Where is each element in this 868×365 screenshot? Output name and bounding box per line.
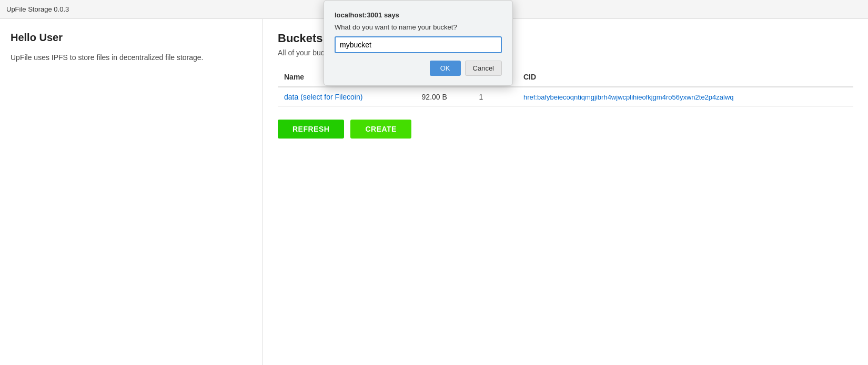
bucket-size-cell: 92.00 B [416, 87, 473, 107]
sidebar-description: UpFile uses IPFS to store files in decen… [11, 52, 252, 63]
dialog-prompt: What do you want to name your bucket? [335, 23, 502, 31]
dialog-cancel-button[interactable]: Cancel [465, 61, 502, 76]
dialog-source: localhost:3001 says [335, 11, 502, 19]
dialog-buttons: OK Cancel [335, 61, 502, 76]
app-title: UpFile Storage 0.0.3 [6, 5, 69, 13]
col-cid: CID [517, 67, 853, 87]
name-dialog: localhost:3001 says What do you want to … [324, 0, 513, 86]
refresh-button[interactable]: REFRESH [278, 120, 344, 139]
greeting: Hello User [11, 32, 252, 44]
bucket-name-input[interactable] [335, 36, 502, 53]
dialog-ok-button[interactable]: OK [430, 61, 461, 76]
bucket-name-cell: data (select for Filecoin) [278, 87, 416, 107]
bucket-name-link[interactable]: data [284, 93, 298, 101]
action-buttons: REFRESH CREATE [278, 120, 853, 139]
sidebar: Hello User UpFile uses IPFS to store fil… [0, 19, 263, 365]
bucket-name-suffix: (select for Filecoin) [298, 93, 362, 101]
table-row: data (select for Filecoin)92.00 B1href:b… [278, 87, 853, 107]
create-button[interactable]: CREATE [350, 120, 411, 139]
bucket-cid-cell: href:bafybeiecoqntiqmgjibrh4wjwcplihieof… [517, 87, 853, 107]
cid-link[interactable]: href:bafybeiecoqntiqmgjibrh4wjwcplihieof… [523, 93, 734, 101]
bucket-files-cell: 1 [473, 87, 517, 107]
